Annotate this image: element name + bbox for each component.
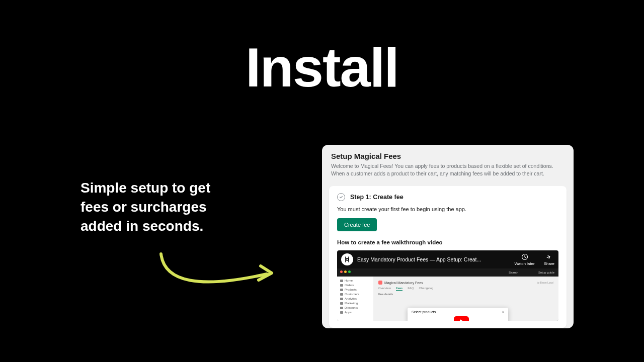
nav-orders[interactable]: Orders (340, 284, 370, 287)
play-button-icon[interactable] (454, 316, 469, 321)
create-fee-button[interactable]: Create fee (337, 218, 377, 231)
panel-description: Welcome to Magical Fees! You can apply f… (331, 162, 565, 177)
search-label: Search (509, 271, 518, 274)
arrow-icon (151, 244, 282, 309)
tab-faq[interactable]: FAQ (408, 287, 414, 291)
nav-customers[interactable]: Customers (340, 293, 370, 296)
setup-guide-label: Setup guide (538, 271, 554, 274)
step-description: You must create your first fee to begin … (337, 206, 558, 212)
nav-marketing[interactable]: Marketing (340, 302, 370, 305)
nav-home[interactable]: Home (340, 279, 370, 282)
share-button[interactable]: Share (544, 253, 554, 266)
headline: Install (0, 35, 644, 99)
nav-products[interactable]: Products (340, 288, 370, 291)
nav-apps[interactable]: Apps (340, 311, 370, 314)
subhead: Simple setup to get fees or surcharges a… (80, 178, 242, 235)
video-embed[interactable]: Easy Mandatory Product Fees — App Setup:… (337, 250, 558, 321)
step-card: Step 1: Create fee You must create your … (329, 186, 567, 328)
modal-close-icon[interactable]: × (502, 310, 504, 314)
admin-sidebar: Home Orders Products Customers Analytics… (337, 277, 373, 321)
app-byline: by Beam Local (537, 281, 553, 284)
tab-overview[interactable]: Overview (378, 287, 391, 291)
check-circle-icon (337, 193, 345, 201)
step-title: Step 1: Create fee (350, 194, 404, 201)
app-icon (378, 281, 382, 285)
tab-fees[interactable]: Fees (396, 287, 403, 291)
video-thumbnail: Search Setup guide Home Orders Products … (337, 268, 558, 321)
nav-discounts[interactable]: Discounts (340, 306, 370, 309)
setup-panel: Setup Magical Fees Welcome to Magical Fe… (322, 145, 574, 328)
channel-avatar-icon (341, 253, 353, 265)
panel-title: Setup Magical Fees (331, 152, 565, 160)
video-label: How to create a fee walkthrough video (337, 239, 558, 245)
watch-later-button[interactable]: Watch later (514, 253, 534, 266)
modal-title: Select products (412, 310, 436, 314)
section-label: Fee details (378, 293, 553, 296)
video-title: Easy Mandatory Product Fees — App Setup:… (357, 256, 510, 262)
nav-analytics[interactable]: Analytics (340, 297, 370, 300)
app-title: Magical Mandatory Fees (384, 281, 423, 285)
tab-changelog[interactable]: Changelog (419, 287, 433, 291)
